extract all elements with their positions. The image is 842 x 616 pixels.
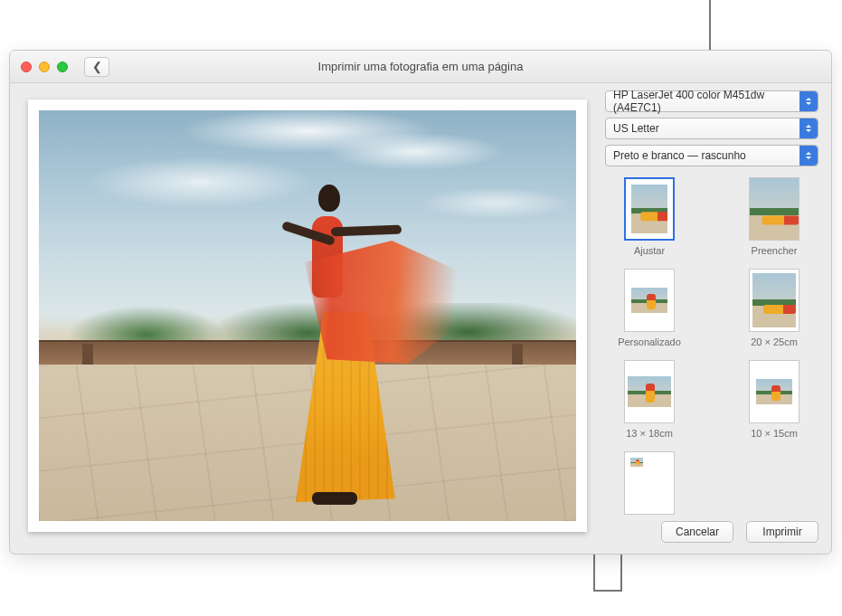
format-option-13x18[interactable]: 13 × 18cm [605, 360, 694, 439]
dropdown-icon [799, 146, 818, 166]
format-label: Preencher [752, 245, 798, 256]
close-window-button[interactable] [21, 62, 32, 72]
format-label: 13 × 18cm [626, 428, 673, 439]
print-preview-photo [39, 110, 576, 521]
format-option-fill[interactable]: Preencher [730, 177, 818, 256]
dialog-buttons: Cancelar Imprimir [605, 521, 818, 543]
paper-size-select[interactable]: US Letter [605, 118, 818, 139]
format-label: Ajustar [634, 245, 665, 256]
paper-size-value: US Letter [613, 122, 659, 135]
quality-select[interactable]: Preto e branco — rascunho [605, 145, 818, 166]
print-options-panel: HP LaserJet 400 color M451dw (A4E7C1) US… [605, 90, 818, 543]
print-button[interactable]: Imprimir [746, 521, 818, 543]
format-option-fit[interactable]: Ajustar [605, 177, 694, 256]
format-grid: Ajustar Preencher Personalizado 20 × 25c… [605, 177, 818, 519]
window-controls [21, 62, 68, 72]
format-label: 20 × 25cm [751, 336, 798, 347]
callout-line-bottom-h [593, 590, 622, 592]
chevron-left-icon: ❮ [92, 60, 102, 73]
window-title: Imprimir uma fotografia em uma página [318, 60, 524, 73]
print-dialog-window: ❮ Imprimir uma fotografia em uma página [9, 50, 832, 554]
printer-select-value: HP LaserJet 400 color M451dw (A4E7C1) [613, 89, 810, 114]
format-option-20x25[interactable]: 20 × 25cm [730, 269, 818, 347]
back-button[interactable]: ❮ [84, 57, 109, 77]
titlebar: ❮ Imprimir uma fotografia em uma página [10, 51, 831, 83]
zoom-window-button[interactable] [57, 62, 68, 72]
callout-line-top [709, 0, 711, 50]
format-label: Personalizado [618, 336, 681, 347]
dropdown-icon [799, 91, 818, 111]
quality-value: Preto e branco — rascunho [613, 149, 746, 162]
printer-select[interactable]: HP LaserJet 400 color M451dw (A4E7C1) [605, 90, 818, 112]
print-preview-page [28, 100, 587, 532]
dropdown-icon [799, 118, 818, 138]
minimize-window-button[interactable] [39, 62, 50, 72]
format-option-10x15[interactable]: 10 × 15cm [730, 360, 818, 439]
dialog-content: HP LaserJet 400 color M451dw (A4E7C1) US… [10, 83, 831, 554]
format-option-custom[interactable]: Personalizado [605, 269, 694, 347]
format-option-contact-sheet[interactable] [605, 451, 694, 519]
format-label: 10 × 15cm [751, 428, 798, 439]
cancel-button[interactable]: Cancelar [661, 521, 733, 543]
